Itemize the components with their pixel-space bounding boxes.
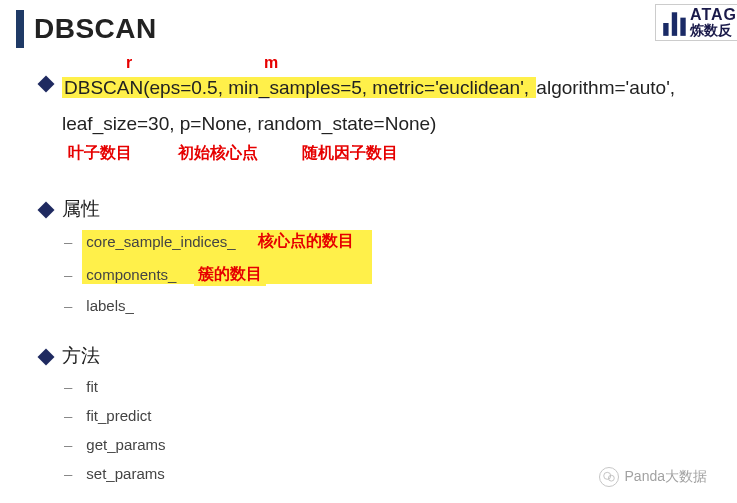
bullet-diamond-icon	[38, 202, 55, 219]
dash-icon: –	[64, 465, 72, 482]
brand-text-2: 炼数反	[690, 23, 737, 38]
header: DBSCAN ATAG 炼数反	[0, 0, 737, 48]
method-name: get_params	[82, 435, 169, 454]
dash-icon: –	[64, 233, 72, 250]
title-accent	[16, 10, 24, 48]
dash-icon: –	[64, 266, 72, 283]
svg-rect-1	[672, 12, 677, 36]
sig-part1: DBSCAN(eps=0.5, min_samples=5, metric='e…	[62, 77, 536, 98]
list-item: – fit	[40, 375, 703, 398]
title-bar: DBSCAN	[0, 10, 157, 48]
dash-icon: –	[64, 436, 72, 453]
methods-section: 方法	[40, 343, 703, 369]
list-item: – fit_predict	[40, 404, 703, 427]
brand-text-1: ATAG	[690, 7, 737, 23]
brand-logo: ATAG 炼数反	[655, 4, 737, 41]
attr-note: 簇的数目	[194, 263, 266, 286]
svg-rect-2	[680, 17, 685, 35]
sig-part3: leaf_size=30, p=None, random_state=None)	[62, 113, 436, 134]
dash-icon: –	[64, 378, 72, 395]
svg-rect-0	[663, 23, 668, 36]
attr-name: core_sample_indices_	[82, 232, 239, 251]
content: r m DBSCAN(eps=0.5, min_samples=5, metri…	[0, 70, 737, 485]
attr-name: components_	[82, 265, 180, 284]
wechat-icon	[599, 467, 619, 487]
dash-icon: –	[64, 407, 72, 424]
list-item: – get_params	[40, 433, 703, 456]
sig-part2: algorithm='auto',	[536, 77, 675, 98]
function-signature: DBSCAN(eps=0.5, min_samples=5, metric='e…	[62, 70, 675, 142]
watermark-text: Panda大数据	[625, 468, 707, 486]
bullet-diamond-icon	[38, 349, 55, 366]
bullet-diamond-icon	[38, 76, 55, 93]
attributes-heading: 属性	[62, 196, 100, 222]
annotation-leaf-size: 叶子数目	[68, 138, 132, 168]
attributes-section: 属性	[40, 196, 703, 222]
annotation-random-state: 随机因子数目	[302, 138, 398, 168]
dash-icon: –	[64, 297, 72, 314]
method-name: set_params	[82, 464, 168, 483]
watermark: Panda大数据	[599, 467, 707, 487]
method-name: fit	[82, 377, 102, 396]
annotation-p: 初始核心点	[178, 138, 258, 168]
attr-name: labels_	[82, 296, 138, 315]
method-name: fit_predict	[82, 406, 155, 425]
methods-heading: 方法	[62, 343, 100, 369]
attr-note: 核心点的数目	[254, 230, 358, 253]
list-item: – core_sample_indices_ 核心点的数目	[40, 228, 703, 255]
signature-block: DBSCAN(eps=0.5, min_samples=5, metric='e…	[40, 70, 703, 142]
attributes-list: – core_sample_indices_ 核心点的数目 – componen…	[40, 228, 703, 317]
page-title: DBSCAN	[34, 13, 157, 45]
list-item: – labels_	[40, 294, 703, 317]
list-item: – components_ 簇的数目	[40, 261, 703, 288]
bars-icon	[662, 8, 688, 38]
